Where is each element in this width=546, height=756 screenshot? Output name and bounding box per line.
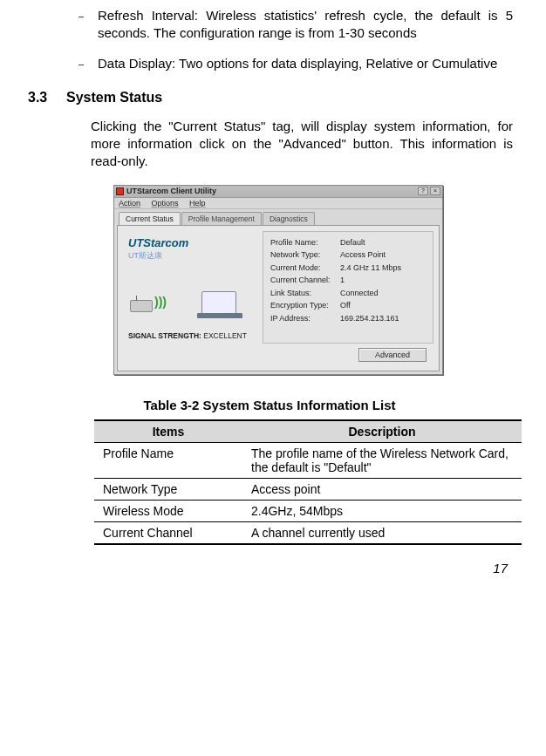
field-label: Current Channel: xyxy=(270,276,340,284)
advanced-button[interactable]: Advanced xyxy=(358,348,427,362)
window-controls: ? × xyxy=(418,187,440,195)
cell-desc: Access point xyxy=(242,478,522,500)
help-button[interactable]: ? xyxy=(418,187,428,195)
connection-diagram: ))) xyxy=(128,274,242,326)
field-value: Access Point xyxy=(340,250,426,259)
status-fields: Profile Name:Default Network Type:Access… xyxy=(263,231,433,344)
section-title: System Status xyxy=(66,90,513,106)
table-row: Profile Name The profile name of the Wir… xyxy=(94,442,522,478)
section-paragraph: Clicking the "Current Status" tag, will … xyxy=(91,118,513,171)
close-button[interactable]: × xyxy=(430,187,440,195)
logo-text: UTStarcom xyxy=(128,236,259,249)
embedded-screenshot: UTStarcom Client Utility ? × Action Opti… xyxy=(113,185,513,375)
field-value: 169.254.213.161 xyxy=(340,314,426,323)
field-value: Default xyxy=(340,238,426,247)
table-row: Wireless Mode 2.4GHz, 54Mbps xyxy=(94,500,522,521)
header-items: Items xyxy=(94,420,242,443)
laptop-icon xyxy=(201,291,236,316)
router-icon xyxy=(130,300,153,312)
page-number: 17 xyxy=(26,561,513,576)
dash-icon: – xyxy=(26,55,78,72)
window-title: UTStarcom Client Utility xyxy=(126,187,418,195)
table-row: Network Type Access point xyxy=(94,478,522,500)
table-row: Current Channel A channel currently used xyxy=(94,521,522,544)
tabbar: Current Status Profile Management Diagno… xyxy=(114,209,442,225)
field-label: Encryption Type: xyxy=(270,301,340,310)
list-item: – Data Display: Two options for data dis… xyxy=(26,55,513,72)
field-value: 1 xyxy=(340,276,426,284)
cell-item: Profile Name xyxy=(94,442,242,478)
field-label: IP Address: xyxy=(270,314,340,323)
advanced-row: Advanced xyxy=(123,344,433,365)
signal-strength: SIGNAL STRENGTH: EXCELLENT xyxy=(128,331,259,340)
tab-profile-management[interactable]: Profile Management xyxy=(181,212,262,225)
bullet-text: Data Display: Two options for data displ… xyxy=(78,55,513,72)
field-label: Profile Name: xyxy=(270,238,340,247)
bullet-list: – Refresh Interval: Wireless statistics'… xyxy=(26,7,513,72)
tab-current-status[interactable]: Current Status xyxy=(119,212,181,225)
titlebar: UTStarcom Client Utility ? × xyxy=(114,186,442,198)
header-description: Description xyxy=(242,420,522,443)
dash-icon: – xyxy=(26,7,78,43)
bullet-text: Refresh Interval: Wireless statistics' r… xyxy=(78,7,513,43)
field-label: Current Mode: xyxy=(270,263,340,272)
signal-value: EXCELLENT xyxy=(203,331,247,340)
document-page: – Refresh Interval: Wireless statistics'… xyxy=(0,0,546,593)
status-table: Items Description Profile Name The profi… xyxy=(94,419,522,545)
field-value: Connected xyxy=(340,289,426,297)
status-panel: UTStarcom UT斯达康 ))) SIGNAL STRENGTH: EXC… xyxy=(117,225,440,371)
logo-subtext: UT斯达康 xyxy=(128,250,259,262)
field-label: Network Type: xyxy=(270,250,340,259)
section-number: 3.3 xyxy=(26,90,66,106)
field-label: Link Status: xyxy=(270,289,340,297)
app-window: UTStarcom Client Utility ? × Action Opti… xyxy=(113,185,443,375)
cell-desc: A channel currently used xyxy=(242,521,522,544)
menubar: Action Options Help xyxy=(114,198,442,209)
table-header-row: Items Description xyxy=(94,420,522,443)
menu-help[interactable]: Help xyxy=(189,199,206,208)
cell-item: Current Channel xyxy=(94,521,242,544)
menu-options[interactable]: Options xyxy=(152,199,179,208)
section-heading: 3.3 System Status xyxy=(26,90,513,106)
tab-diagnostics[interactable]: Diagnostics xyxy=(263,212,315,225)
menu-action[interactable]: Action xyxy=(119,199,140,208)
signal-waves-icon: ))) xyxy=(154,295,167,309)
list-item: – Refresh Interval: Wireless statistics'… xyxy=(26,7,513,43)
table-caption: Table 3-2 System Status Information List xyxy=(26,398,513,412)
cell-item: Wireless Mode xyxy=(94,500,242,521)
field-value: 2.4 GHz 11 Mbps xyxy=(340,263,426,272)
cell-item: Network Type xyxy=(94,478,242,500)
field-value: Off xyxy=(340,301,426,310)
app-icon xyxy=(116,187,124,195)
cell-desc: The profile name of the Wireless Network… xyxy=(242,442,522,478)
signal-label: SIGNAL STRENGTH: xyxy=(128,331,201,340)
cell-desc: 2.4GHz, 54Mbps xyxy=(242,500,522,521)
panel-left: UTStarcom UT斯达康 ))) SIGNAL STRENGTH: EXC… xyxy=(123,231,263,344)
